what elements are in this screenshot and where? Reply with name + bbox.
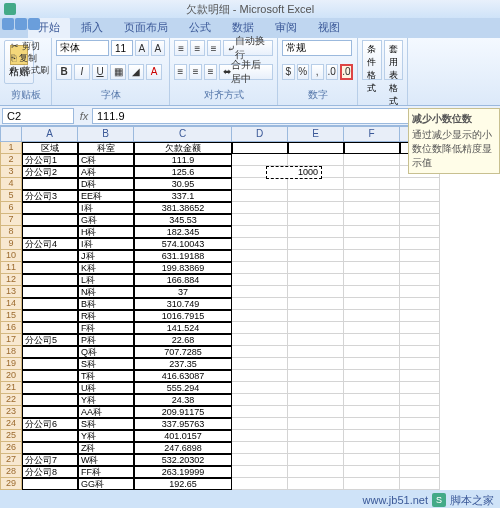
cell[interactable] (344, 178, 400, 190)
cell[interactable]: 166.884 (134, 274, 232, 286)
cell[interactable] (400, 442, 440, 454)
col-header-f[interactable]: F (344, 126, 400, 142)
save-icon[interactable] (2, 18, 14, 30)
cell[interactable]: 192.65 (134, 478, 232, 490)
increase-decimal-button[interactable]: .0 (326, 64, 339, 80)
row-header[interactable]: 7 (0, 214, 22, 226)
cell[interactable]: 111.9 (134, 154, 232, 166)
cell[interactable] (232, 298, 288, 310)
cell[interactable]: 分公司8 (22, 466, 78, 478)
cell[interactable]: 707.7285 (134, 346, 232, 358)
cell[interactable] (400, 250, 440, 262)
cell[interactable]: 分公司6 (22, 418, 78, 430)
cell[interactable] (288, 454, 344, 466)
cell[interactable] (288, 310, 344, 322)
row-header[interactable]: 13 (0, 286, 22, 298)
row-header[interactable]: 18 (0, 346, 22, 358)
cell[interactable] (232, 214, 288, 226)
align-right-icon[interactable]: ≡ (204, 64, 217, 80)
cell[interactable] (400, 466, 440, 478)
cell[interactable] (22, 250, 78, 262)
col-header-c[interactable]: C (134, 126, 232, 142)
cell[interactable] (400, 202, 440, 214)
row-header[interactable]: 29 (0, 478, 22, 490)
percent-button[interactable]: % (297, 64, 310, 80)
cell[interactable] (344, 238, 400, 250)
cell[interactable] (400, 214, 440, 226)
cell[interactable] (400, 298, 440, 310)
cell[interactable] (288, 202, 344, 214)
format-painter-button[interactable]: ✎ 格式刷 (11, 64, 49, 76)
cell[interactable]: 555.294 (134, 382, 232, 394)
cell[interactable]: 科室 (78, 142, 134, 154)
cell[interactable] (344, 274, 400, 286)
cell[interactable] (400, 322, 440, 334)
cell[interactable] (344, 298, 400, 310)
cell[interactable] (22, 370, 78, 382)
cell[interactable] (344, 250, 400, 262)
row-header[interactable]: 11 (0, 262, 22, 274)
cell[interactable] (232, 382, 288, 394)
row-header[interactable]: 2 (0, 154, 22, 166)
cell[interactable] (344, 286, 400, 298)
cell[interactable] (22, 322, 78, 334)
row-header[interactable]: 23 (0, 406, 22, 418)
cell[interactable] (232, 466, 288, 478)
cell[interactable] (400, 346, 440, 358)
cell[interactable] (400, 190, 440, 202)
cell[interactable] (288, 466, 344, 478)
cell[interactable] (288, 346, 344, 358)
cell[interactable]: 416.63087 (134, 370, 232, 382)
cell[interactable]: 37 (134, 286, 232, 298)
cell[interactable] (22, 286, 78, 298)
cell[interactable]: I科 (78, 238, 134, 250)
row-header[interactable]: 6 (0, 202, 22, 214)
cell[interactable] (344, 406, 400, 418)
cell[interactable]: 区域 (22, 142, 78, 154)
cell[interactable]: 分公司2 (22, 166, 78, 178)
wrap-text-button[interactable]: ⤶自动换行 (223, 40, 273, 56)
font-name-combo[interactable]: 宋体 (56, 40, 109, 56)
align-top-icon[interactable]: ≡ (174, 40, 188, 56)
cell[interactable] (344, 478, 400, 490)
copy-button[interactable]: ⎘ 复制 (11, 52, 49, 64)
cell[interactable]: 401.0157 (134, 430, 232, 442)
cell[interactable]: 24.38 (134, 394, 232, 406)
cell[interactable]: R科 (78, 310, 134, 322)
row-header[interactable]: 24 (0, 418, 22, 430)
cell[interactable] (288, 178, 344, 190)
floating-cell[interactable]: 1000 (266, 166, 322, 179)
cell[interactable] (400, 394, 440, 406)
cell[interactable] (232, 178, 288, 190)
cell[interactable] (288, 190, 344, 202)
cell[interactable]: 310.749 (134, 298, 232, 310)
cell[interactable] (400, 382, 440, 394)
cell[interactable] (22, 262, 78, 274)
cell[interactable] (232, 394, 288, 406)
cell[interactable] (400, 418, 440, 430)
format-table-button[interactable]: 套用表格式 (384, 40, 404, 80)
row-header[interactable]: 22 (0, 394, 22, 406)
number-format-combo[interactable]: 常规 (282, 40, 352, 56)
cell[interactable]: 1016.7915 (134, 310, 232, 322)
cell[interactable] (344, 142, 400, 154)
cell[interactable]: 欠款金额 (134, 142, 232, 154)
cell[interactable]: 381.38652 (134, 202, 232, 214)
cell[interactable] (232, 454, 288, 466)
cell[interactable] (344, 346, 400, 358)
row-header[interactable]: 15 (0, 310, 22, 322)
row-header[interactable]: 12 (0, 274, 22, 286)
cell[interactable]: 631.19188 (134, 250, 232, 262)
cell[interactable]: L科 (78, 274, 134, 286)
fill-color-button[interactable]: ◢ (128, 64, 144, 80)
name-box[interactable]: C2 (2, 108, 74, 124)
cell[interactable] (232, 274, 288, 286)
cell[interactable] (400, 430, 440, 442)
cell[interactable] (232, 406, 288, 418)
cell[interactable] (288, 358, 344, 370)
cell[interactable] (232, 190, 288, 202)
tab-review[interactable]: 审阅 (265, 17, 307, 38)
fx-icon[interactable]: fx (76, 110, 92, 122)
row-header[interactable]: 20 (0, 370, 22, 382)
cell[interactable]: D科 (78, 178, 134, 190)
